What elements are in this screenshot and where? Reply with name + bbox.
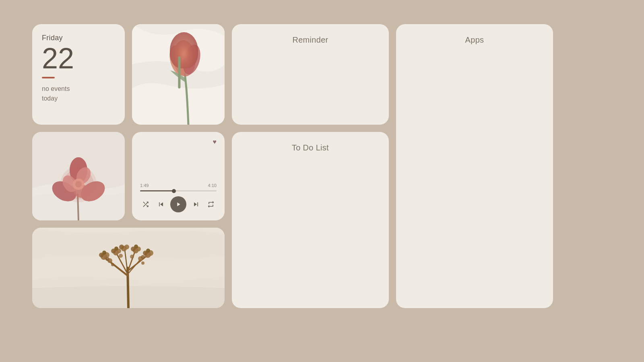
- music-player-widget: ♥ 1:49 4:10: [132, 132, 225, 220]
- svg-point-32: [102, 251, 106, 255]
- calendar-accent-bar: [42, 77, 55, 78]
- photo-dried-widget: [32, 228, 225, 308]
- svg-point-38: [119, 245, 124, 249]
- shuffle-icon: [142, 200, 150, 208]
- svg-point-36: [114, 247, 118, 251]
- calendar-day: Friday: [42, 34, 115, 42]
- music-time-total: 4:10: [208, 183, 217, 188]
- dried-illustration: [32, 228, 225, 308]
- previous-icon: [157, 200, 165, 208]
- svg-point-19: [75, 181, 82, 187]
- calendar-widget: Friday 22 no events today: [32, 24, 125, 125]
- music-controls: [140, 196, 217, 212]
- reminder-widget: Reminder: [232, 24, 389, 125]
- photo-flower-widget: [32, 132, 125, 220]
- tulip-photo: [132, 24, 225, 125]
- music-heart-icon: ♥: [213, 138, 217, 146]
- svg-point-52: [119, 254, 123, 258]
- music-progress-fill: [140, 190, 174, 191]
- svg-point-53: [130, 255, 134, 259]
- svg-point-51: [141, 255, 145, 259]
- svg-point-43: [134, 245, 138, 249]
- todo-widget: To Do List: [232, 132, 389, 308]
- music-progress-container: 1:49 4:10: [140, 183, 217, 191]
- flower-photo: [32, 132, 125, 220]
- calendar-events-line1: no events: [42, 85, 70, 92]
- calendar-events-line2: today: [42, 95, 58, 102]
- dried-photo: [32, 228, 225, 308]
- music-time-current: 1:49: [140, 183, 149, 188]
- next-button[interactable]: [190, 199, 202, 210]
- shuffle-button[interactable]: [140, 199, 151, 210]
- play-icon: [175, 201, 182, 208]
- apps-title: Apps: [465, 35, 484, 45]
- music-progress-dot: [172, 189, 176, 193]
- tulip-illustration: [132, 24, 225, 125]
- svg-point-4: [180, 43, 188, 60]
- play-button[interactable]: [170, 196, 186, 212]
- music-progress-bar[interactable]: [140, 190, 217, 191]
- repeat-button[interactable]: [205, 199, 217, 210]
- reminder-title: Reminder: [292, 35, 328, 45]
- calendar-date: 22: [42, 44, 115, 73]
- svg-point-49: [105, 257, 109, 261]
- next-icon: [192, 200, 200, 208]
- svg-point-54: [111, 263, 114, 266]
- svg-point-47: [146, 249, 150, 253]
- calendar-events: no events today: [42, 84, 115, 103]
- todo-title: To Do List: [292, 143, 329, 152]
- photo-tulip-widget: [132, 24, 225, 125]
- repeat-icon: [207, 200, 215, 208]
- flower-illustration: [32, 132, 125, 220]
- apps-widget: Apps: [396, 24, 553, 308]
- svg-point-55: [141, 261, 144, 265]
- music-time-row: 1:49 4:10: [140, 183, 217, 188]
- dashboard: Friday 22 no events today: [32, 24, 612, 338]
- svg-point-39: [124, 245, 129, 249]
- previous-button[interactable]: [155, 199, 167, 210]
